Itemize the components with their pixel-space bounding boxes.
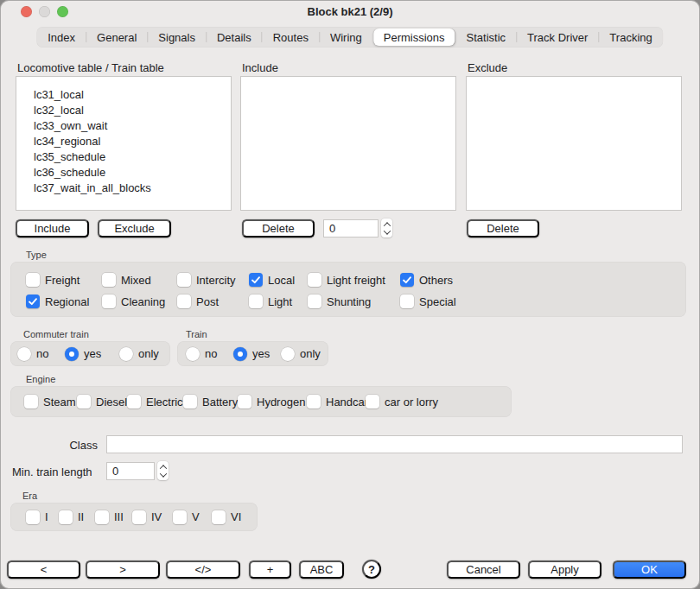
checkbox-label: Mixed (121, 274, 151, 287)
prev-button[interactable]: < (7, 560, 80, 579)
checkbox-label: Light (268, 295, 292, 308)
exclude-list[interactable] (466, 76, 682, 211)
tab-index[interactable]: Index (37, 28, 86, 46)
checkbox-light-freight[interactable]: Light freight (308, 273, 400, 287)
commuter-radio-yes[interactable]: yes (65, 347, 119, 361)
tab-routes[interactable]: Routes (263, 28, 319, 46)
checkbox-i[interactable]: I (26, 510, 59, 524)
checkbox-special[interactable]: Special (400, 294, 686, 308)
checkbox-label: III (114, 510, 124, 523)
checkbox-label: Steam (43, 396, 76, 408)
checkbox-label: Electric (146, 396, 183, 408)
tab-general[interactable]: General (86, 28, 147, 46)
checkbox-label: I (45, 510, 48, 523)
add-button[interactable]: + (249, 560, 291, 579)
checkbox-shunting[interactable]: Shunting (308, 294, 400, 308)
tab-tracking[interactable]: Tracking (599, 28, 662, 46)
checkbox-indicator (249, 294, 263, 308)
checkbox-indicator (183, 395, 197, 408)
tab-permissions[interactable]: Permissions (373, 28, 455, 46)
class-field[interactable] (106, 435, 683, 453)
checkbox-ii[interactable]: II (59, 510, 95, 524)
stepper-down-button[interactable] (383, 227, 390, 234)
tab-wiring[interactable]: Wiring (320, 28, 372, 46)
checkbox-v[interactable]: V (173, 510, 212, 524)
include-count-field[interactable] (323, 219, 379, 238)
checkbox-intercity[interactable]: Intercity (177, 273, 249, 287)
checkbox-indicator (238, 395, 251, 408)
checkbox-indicator (400, 294, 414, 308)
radio-label: yes (252, 347, 270, 360)
train-radio-only[interactable]: only (281, 347, 328, 361)
train-radio-no[interactable]: no (186, 347, 233, 361)
checkbox-light[interactable]: Light (249, 294, 308, 308)
cancel-button[interactable]: Cancel (447, 560, 520, 579)
window-title: Block bk21 (2/9) (0, 5, 700, 18)
abc-button[interactable]: ABC (299, 560, 344, 579)
checkbox-freight[interactable]: Freight (26, 273, 102, 287)
checkbox-indicator (177, 273, 191, 287)
include-list[interactable] (240, 76, 456, 211)
checkbox-hydrogen[interactable]: Hydrogen (238, 395, 307, 408)
exclude-button[interactable]: Exclude (98, 219, 171, 238)
commuter-section-label: Commuter train (23, 329, 89, 339)
list-item[interactable]: lc37_wait_in_all_blocks (16, 180, 231, 196)
checkbox-label: Special (419, 295, 456, 308)
stepper-down-button[interactable] (159, 470, 166, 477)
min-train-length-field[interactable] (106, 462, 155, 480)
checkbox-car-or-lorry[interactable]: car or lorry (366, 395, 512, 408)
checkbox-local[interactable]: Local (249, 273, 308, 287)
commuter-radio-no[interactable]: no (17, 347, 65, 361)
next-button[interactable]: > (86, 560, 160, 579)
help-button[interactable]: ? (362, 560, 381, 579)
list-item[interactable]: lc35_schedule (16, 149, 231, 165)
radio-indicator (119, 347, 133, 361)
titlebar: Block bk21 (2/9) (0, 0, 700, 24)
checkbox-iii[interactable]: III (95, 510, 132, 524)
include-delete-button[interactable]: Delete (242, 219, 315, 238)
ok-button[interactable]: OK (613, 560, 686, 579)
radio-label: only (138, 347, 159, 360)
tab-statistic[interactable]: Statistic (456, 28, 517, 46)
locomotive-table-label: Locomotive table / Train table (17, 61, 164, 74)
checkbox-indicator (95, 510, 109, 524)
checkbox-indicator (366, 395, 379, 408)
checkbox-label: Cleaning (121, 295, 165, 308)
tab-signals[interactable]: Signals (148, 28, 206, 46)
checkbox-label: Local (268, 274, 295, 287)
era-groupbox: IIIIIIIVVVI (10, 503, 258, 531)
locomotive-list[interactable]: lc31_locallc32_locallc33_own_waitlc34_re… (16, 76, 232, 211)
checkbox-battery[interactable]: Battery (183, 395, 238, 408)
exclude-delete-button[interactable]: Delete (467, 219, 539, 238)
radio-indicator (17, 347, 31, 361)
list-item[interactable]: lc36_schedule (16, 165, 231, 180)
apply-button[interactable]: Apply (528, 560, 601, 579)
list-item[interactable]: lc34_regional (16, 134, 231, 149)
checkbox-vi[interactable]: VI (212, 510, 258, 524)
checkbox-cleaning[interactable]: Cleaning (102, 294, 177, 308)
checkbox-diesel[interactable]: Diesel (77, 395, 127, 408)
checkbox-label: Shunting (327, 295, 371, 308)
checkbox-electric[interactable]: Electric (127, 395, 183, 408)
include-button[interactable]: Include (16, 219, 89, 238)
checkbox-mixed[interactable]: Mixed (102, 273, 177, 287)
checkbox-label: Diesel (96, 396, 127, 408)
tab-details[interactable]: Details (207, 28, 262, 46)
radio-indicator (186, 347, 200, 361)
checkbox-handcar[interactable]: Handcar (307, 395, 366, 408)
tab-track-driver[interactable]: Track Driver (517, 28, 598, 46)
checkbox-regional[interactable]: Regional (26, 294, 102, 308)
list-item[interactable]: lc32_local (16, 103, 231, 118)
checkbox-label: II (78, 510, 84, 523)
checkbox-post[interactable]: Post (177, 294, 249, 308)
list-item[interactable]: lc33_own_wait (16, 118, 231, 134)
checkbox-steam[interactable]: Steam (24, 395, 77, 408)
train-radio-yes[interactable]: yes (233, 347, 281, 361)
commuter-radio-only[interactable]: only (119, 347, 170, 361)
checkbox-iv[interactable]: IV (132, 510, 173, 524)
checkbox-others[interactable]: Others (400, 273, 686, 287)
code-button[interactable]: </> (166, 560, 240, 579)
checkbox-label: car or lorry (385, 396, 438, 408)
list-item[interactable]: lc31_local (16, 87, 231, 103)
type-groupbox: FreightMixedIntercityLocalLight freightO… (10, 262, 686, 317)
